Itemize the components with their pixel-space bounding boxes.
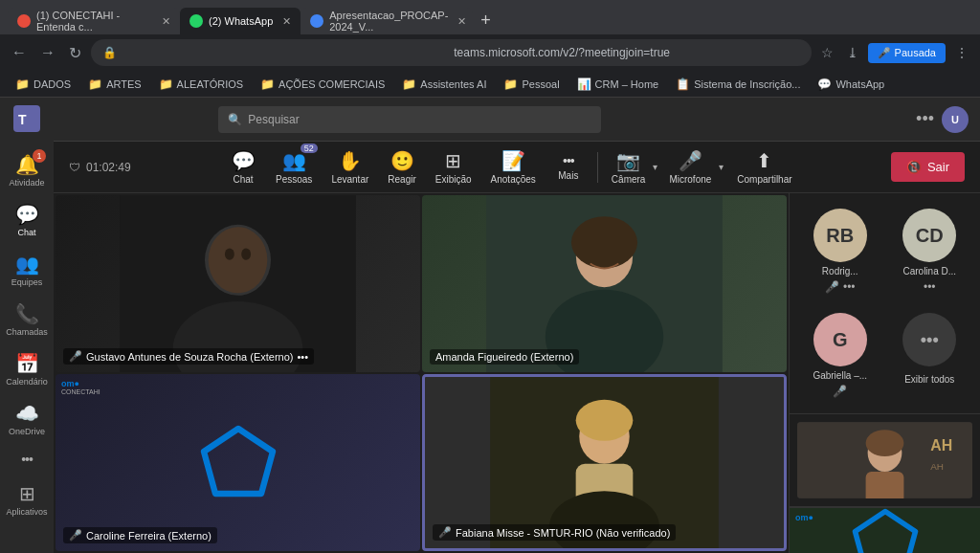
tab-1-favicon [17, 14, 31, 28]
more-btn-cd[interactable]: ••• [924, 280, 936, 294]
forward-button[interactable]: → [36, 40, 59, 65]
sidebar-item-onedrive[interactable]: ☁️ OneDrive [0, 396, 54, 442]
reload-button[interactable]: ↻ [65, 40, 85, 66]
activity-badge: 1 [33, 149, 46, 163]
calls-icon: 📞 [15, 302, 39, 325]
more-options-button[interactable]: ⋮ [951, 43, 972, 62]
tab-3-close[interactable]: ✕ [457, 15, 466, 28]
paused-button[interactable]: 🎤 Pausada [868, 43, 946, 63]
top-more-button[interactable]: ••• [916, 109, 934, 129]
search-placeholder: Pesquisar [248, 113, 299, 126]
svg-text:AH: AH [930, 437, 952, 453]
camera-group: 📷 Câmera ▾ [606, 145, 660, 188]
video-name-amanda: Amanda Figueiredo (Externo) [435, 351, 573, 363]
share-button[interactable]: ⬆ Compartilhar [729, 145, 799, 188]
mais-label: Mais [558, 170, 578, 181]
more-btn-rb[interactable]: ••• [843, 280, 856, 294]
avatar-g: G [813, 313, 867, 366]
bookmark-assistentes[interactable]: 📁 Assistentes AI [394, 76, 494, 93]
sidebar-calendario-label: Calendário [6, 377, 48, 387]
video-label-gustavo: 🎤 Gustavo Antunes de Souza Rocha (Extern… [63, 348, 314, 365]
address-bar[interactable]: 🔒 teams.microsoft.com/v2/?meetingjoin=tr… [91, 39, 812, 66]
actions-rb: 🎤 ••• [825, 280, 856, 294]
toolbar-separator-1 [597, 152, 598, 183]
teams-logo: T [13, 105, 40, 136]
sidebar-item-mais[interactable]: ••• [0, 446, 54, 473]
participant-card-g: G Gabriella –... 🎤 [797, 305, 883, 406]
apps-icon: ⊞ [19, 482, 35, 505]
svg-text:AH: AH [930, 461, 944, 472]
video-name-caroline: Caroline Ferreira (Externo) [86, 530, 212, 542]
mic-btn-g[interactable]: 🎤 [833, 385, 847, 398]
bookmark-artes[interactable]: 📁 ARTES [80, 76, 148, 93]
paused-label: Pausada [895, 47, 936, 58]
person-silhouette-amanda [422, 195, 787, 372]
bookmark-sistema[interactable]: 📋 Sistema de Inscrição... [668, 76, 808, 93]
sidebar-item-chamadas[interactable]: 📞 Chamadas [0, 297, 54, 343]
bookmark-crm[interactable]: 📊 CRM – Home [569, 76, 667, 93]
bookmark-acoes[interactable]: 📁 AÇÕES COMERCIAIS [253, 76, 392, 93]
video-label-amanda: Amanda Figueiredo (Externo) [430, 349, 579, 365]
anotacoes-button[interactable]: 📝 Anotações [483, 145, 544, 188]
crm-icon: 📊 [577, 77, 591, 91]
svg-marker-12 [204, 429, 273, 494]
svg-point-5 [209, 227, 268, 293]
chat-toolbar-label: Chat [233, 174, 253, 185]
mic-button[interactable]: 🎤 Microfone [663, 145, 717, 188]
bookmark-pessoal[interactable]: 📁 Pessoal [496, 76, 567, 93]
panel-bottom: AH AH [790, 413, 980, 506]
video-cell-caroline: om● CONECTAHI 🎤 Caroline Ferreira (Exter… [56, 374, 420, 551]
bookmarks-bar: 📁 DADOS 📁 ARTES 📁 ALEATÓRIOS 📁 AÇÕES COM… [0, 71, 980, 98]
mic-on-icon-fabiana: 🎤 [438, 526, 452, 539]
exibicao-button[interactable]: ⊞ Exibição [428, 145, 479, 188]
tab-2-favicon [189, 14, 203, 28]
user-avatar[interactable]: U [942, 106, 969, 133]
end-call-button[interactable]: 📵 Sair [891, 152, 965, 182]
see-all-button[interactable]: Exibir todos [901, 370, 958, 388]
more-icon-gustavo: ••• [297, 351, 308, 363]
sidebar-item-calendario[interactable]: 📅 Calendário [0, 346, 54, 392]
avatar-cd: CD [902, 209, 956, 262]
bookmark-crm-label: CRM – Home [595, 78, 659, 90]
initials-g: G [833, 329, 848, 351]
participants-grid: RB Rodrig... 🎤 ••• CD Carolina D... [790, 193, 980, 413]
pessoas-button[interactable]: 👥 52 Pessoas [268, 145, 320, 188]
nav-bar: ← → ↻ 🔒 teams.microsoft.com/v2/?meetingj… [0, 34, 980, 71]
mic-label: Microfone [669, 174, 711, 185]
reagir-button[interactable]: 🙂 Reagir [380, 145, 423, 188]
sidebar-item-aplicativos[interactable]: ⊞ Aplicativos [0, 476, 54, 522]
tab-1-close[interactable]: ✕ [162, 15, 170, 28]
tab-3[interactable]: Apresentacao_PROCAP-2024_V... ✕ [301, 8, 473, 34]
mic-dropdown-arrow[interactable]: ▾ [717, 162, 725, 172]
pessoas-label: Pessoas [276, 174, 312, 185]
bookmark-whatsapp[interactable]: 💬 WhatsApp [810, 76, 892, 93]
bookmark-dados[interactable]: 📁 DADOS [8, 76, 78, 93]
sidebar-item-chat[interactable]: 💬 Chat [0, 197, 54, 243]
svg-text:T: T [18, 112, 27, 127]
name-cd: Carolina D... [902, 266, 956, 276]
camera-button[interactable]: 📷 Câmera [606, 145, 652, 188]
chat-toolbar-button[interactable]: 💬 Chat [222, 145, 264, 188]
pentagon-container-caroline: om● CONECTAHI [56, 374, 420, 551]
new-tab-button[interactable]: + [473, 11, 499, 31]
avatar-rb: RB [813, 209, 867, 262]
video-label-fabiana: 🎤 Fabiana Misse - SMTUR-RIO (Não verific… [433, 524, 676, 541]
tab-2-close[interactable]: ✕ [282, 15, 291, 28]
company-logo-guilherme: om● [795, 514, 813, 522]
camera-dropdown-arrow[interactable]: ▾ [651, 162, 659, 172]
teams-icon: 👥 [15, 253, 39, 276]
mic-btn-rb[interactable]: 🎤 [825, 280, 839, 294]
camera-label: Câmera [612, 174, 646, 185]
download-button[interactable]: ⤓ [843, 43, 862, 62]
bookmark-button[interactable]: ☆ [817, 43, 837, 62]
tab-2[interactable]: (2) WhatsApp ✕ [180, 8, 301, 34]
sidebar-item-atividade[interactable]: 🔔 Atividade 1 [0, 147, 54, 193]
back-button[interactable]: ← [8, 40, 31, 65]
search-box[interactable]: 🔍 Pesquisar [218, 106, 601, 133]
mais-button[interactable]: ••• Mais [547, 149, 590, 185]
sidebar-item-equipes[interactable]: 👥 Equipes [0, 247, 54, 293]
view-icon: ⊞ [445, 149, 461, 172]
levantar-button[interactable]: ✋ Levantar [323, 145, 376, 188]
tab-1[interactable]: (1) CONECTAHI - Entenda c... ✕ [8, 8, 180, 34]
bookmark-aleatorios[interactable]: 📁 ALEATÓRIOS [151, 76, 251, 93]
